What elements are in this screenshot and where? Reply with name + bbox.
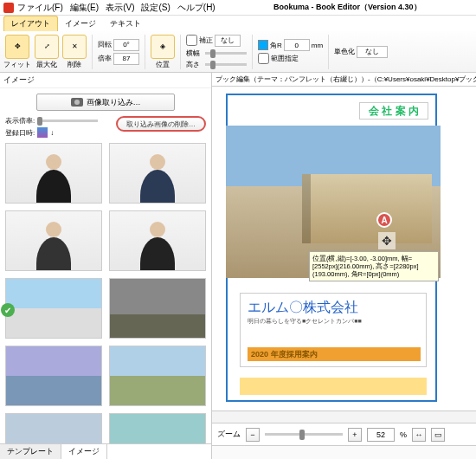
position-button[interactable]: ◈ [151, 35, 175, 59]
menu-view[interactable]: 表示(V) [106, 2, 134, 14]
position-tooltip: 位置(横,縦)=[-3.00, -3.00]mm, 幅=[2552px](216… [309, 251, 439, 281]
delete-label: 削除 [68, 60, 81, 69]
tab-text[interactable]: テキスト [103, 16, 148, 31]
page-footer-bar [240, 378, 427, 395]
corner-r-label: 角R [270, 41, 282, 50]
thumb-9[interactable] [5, 413, 102, 443]
move-handle-icon[interactable]: ✥ [378, 232, 396, 249]
corner-r-input[interactable]: 0 [284, 39, 310, 51]
thumb-5-selected[interactable] [5, 278, 102, 339]
app-icon [3, 3, 14, 13]
thumb-8[interactable] [109, 346, 206, 406]
thumb-1[interactable] [5, 143, 102, 204]
zoom-slider[interactable] [265, 433, 343, 436]
fit-label: フィット [3, 60, 31, 69]
correct-label: 補正 [199, 36, 213, 45]
range-check[interactable] [258, 53, 269, 64]
height-label: 高さ [186, 60, 200, 69]
fit-button[interactable]: ✥ [5, 35, 29, 59]
sidebar-title: イメージ [0, 73, 211, 88]
position-label: 位置 [156, 60, 170, 69]
app-title: Bookuma - Book Editor（Version 4.30） [222, 2, 473, 13]
height-slider[interactable] [205, 63, 247, 66]
h-scrollbar[interactable] [212, 411, 476, 423]
zoom-fit-width-button[interactable]: ↔ [412, 428, 426, 442]
sort-arrow-icon[interactable]: ↓ [50, 129, 54, 137]
color-swatch[interactable] [258, 40, 268, 50]
page-banner: 会 社 案 内 [359, 102, 428, 120]
mono-select[interactable]: なし [357, 46, 388, 58]
maximize-button[interactable]: ⤢ [35, 35, 59, 59]
delete-imported-button[interactable]: 取り込み画像の削除… [116, 116, 206, 132]
scale-input[interactable]: 87 [113, 53, 139, 65]
zoom-unit: % [400, 430, 407, 439]
camera-icon [71, 98, 83, 107]
menu-help[interactable]: ヘルプ(H) [177, 2, 215, 14]
scale-label: 倍率 [98, 54, 112, 63]
status-strip [212, 445, 476, 459]
width-label: 横幅 [186, 48, 200, 58]
tab-layout[interactable]: レイアウト [3, 16, 58, 31]
thumb-3[interactable] [5, 210, 102, 271]
correct-check[interactable] [186, 35, 197, 46]
mono-label: 単色化 [334, 47, 355, 56]
zoom-out-button[interactable]: − [246, 428, 260, 442]
correct-select[interactable]: なし [215, 35, 241, 47]
sort-icon[interactable] [37, 127, 48, 138]
menu-edit[interactable]: 編集(E) [70, 2, 99, 14]
display-ratio-slider[interactable] [37, 120, 98, 122]
thumb-4[interactable] [109, 210, 206, 271]
rotate-select[interactable]: 0° [113, 39, 139, 51]
bottom-tab-image[interactable]: イメージ [61, 444, 107, 459]
thumb-2[interactable] [109, 143, 206, 204]
canvas[interactable]: 会 社 案 内 A ✥ 位置(横,縦)=[-3.00, -3.00]mm, 幅=… [212, 87, 476, 411]
menu-file[interactable]: ファイル(F) [17, 2, 63, 14]
thumb-7[interactable] [5, 346, 102, 406]
company-tagline: 明日の暮らしを守る■クセレントカンパ■■ [241, 317, 426, 326]
import-images-button[interactable]: 画像取り込み… [36, 94, 175, 111]
breadcrumb: ブック編集（テーマ：パンフレット（右綴じ））-（C:¥Users¥osaki¥D… [212, 73, 476, 87]
zoom-in-button[interactable]: + [348, 428, 362, 442]
company-block[interactable]: エルム〇株式会社 明日の暮らしを守る■クセレントカンパ■■ 2020 年度採用案… [240, 293, 427, 367]
zoom-value[interactable]: 52 [367, 428, 395, 442]
width-slider[interactable] [205, 52, 247, 55]
menu-settings[interactable]: 設定(S) [141, 2, 170, 14]
delete-button[interactable]: ✕ [62, 35, 87, 59]
range-label: 範囲指定 [271, 54, 299, 63]
company-name: エルム〇株式会社 [241, 294, 426, 317]
marker-a: A [376, 212, 392, 228]
reg-date-label: 登録日時: [5, 128, 35, 138]
zoom-fit-page-button[interactable]: ▭ [431, 428, 445, 442]
tab-image[interactable]: イメージ [58, 16, 103, 31]
recruit-bar: 2020 年度採用案内 [248, 347, 421, 361]
maximize-label: 最大化 [36, 60, 57, 69]
thumb-10[interactable] [109, 413, 206, 443]
rotate-label: 回転 [98, 40, 112, 49]
corner-r-unit: mm [312, 42, 323, 49]
zoom-label: ズーム [217, 429, 241, 440]
import-label: 画像取り込み… [87, 97, 141, 108]
page[interactable]: 会 社 案 内 A ✥ 位置(横,縦)=[-3.00, -3.00]mm, 幅=… [226, 94, 437, 402]
thumb-6[interactable] [109, 278, 206, 339]
display-ratio-label: 表示倍率: [5, 116, 35, 126]
bottom-tab-template[interactable]: テンプレート [0, 444, 61, 459]
